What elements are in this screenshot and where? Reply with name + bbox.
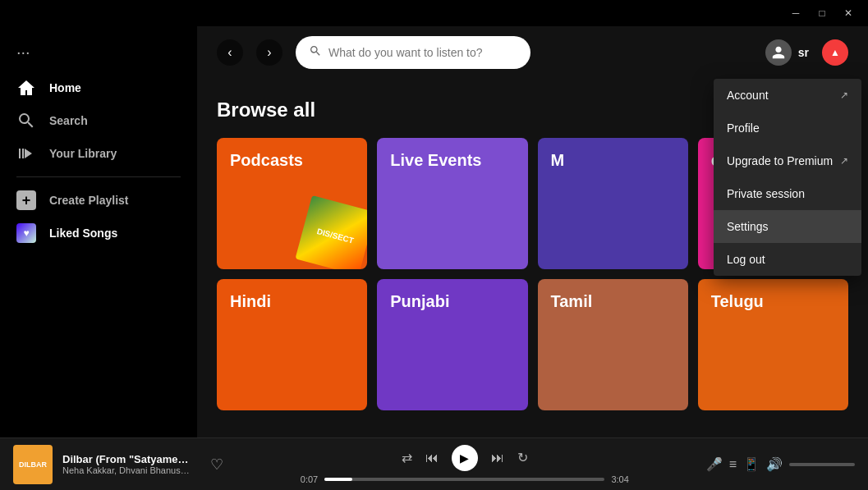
close-button[interactable]: ✕ bbox=[835, 0, 861, 26]
next-button[interactable]: ⏭ bbox=[491, 451, 504, 465]
sidebar-item-home[interactable]: Home bbox=[0, 71, 197, 104]
minimize-button[interactable]: ─ bbox=[783, 0, 809, 26]
control-buttons: ⇄ ⏮ ▶ ⏭ ↻ bbox=[402, 445, 528, 471]
titlebar: ─ □ ✕ bbox=[0, 0, 868, 26]
dropdown-menu: Account ↗ Profile Upgrade to Premium ↗ P… bbox=[714, 79, 861, 276]
user-area[interactable]: sr bbox=[765, 39, 809, 66]
time-total: 3:04 bbox=[611, 474, 628, 484]
search-bar bbox=[296, 36, 530, 69]
upgrade-label: Upgrade to Premium bbox=[727, 154, 833, 167]
devices-button[interactable]: 📱 bbox=[743, 456, 760, 472]
lyrics-button[interactable]: 🎤 bbox=[706, 456, 723, 472]
sidebar-item-create-playlist[interactable]: + Create Playlist bbox=[0, 184, 197, 217]
now-playing-info: Dilbar (From "Satyameva Jayate") Neha Ka… bbox=[62, 453, 194, 475]
sidebar: ... Home Search Your Library + Create Pl… bbox=[0, 26, 197, 437]
time-current: 0:07 bbox=[301, 474, 318, 484]
user-menu-toggle[interactable]: ▲ bbox=[822, 39, 848, 66]
card-tamil-label: Tamil bbox=[551, 292, 593, 311]
queue-button[interactable]: ≡ bbox=[729, 457, 737, 472]
avatar bbox=[765, 39, 792, 66]
dropdown-item-account[interactable]: Account ↗ bbox=[714, 79, 861, 112]
card-podcasts-label: Podcasts bbox=[230, 151, 303, 170]
progress-bar[interactable] bbox=[324, 478, 604, 481]
right-controls: 🎤 ≡ 📱 🔊 bbox=[706, 456, 855, 472]
bottom-bar: DILBAR Dilbar (From "Satyameva Jayate") … bbox=[0, 437, 868, 490]
card-punjabi-label: Punjabi bbox=[390, 292, 449, 311]
sidebar-item-home-label: Home bbox=[49, 81, 81, 94]
podcasts-art: DIS/SECT bbox=[293, 195, 367, 269]
progress-fill bbox=[324, 478, 352, 481]
maximize-button[interactable]: □ bbox=[809, 0, 835, 26]
card-live-events-label: Live Events bbox=[390, 151, 481, 170]
card-hindi-label: Hindi bbox=[230, 292, 271, 311]
heart-button[interactable]: ♡ bbox=[210, 456, 223, 474]
volume-button[interactable]: 🔊 bbox=[766, 456, 783, 472]
volume-bar[interactable] bbox=[789, 463, 855, 466]
sidebar-item-library-label: Your Library bbox=[49, 147, 117, 160]
profile-label: Profile bbox=[727, 121, 760, 135]
settings-label: Settings bbox=[727, 220, 769, 233]
library-icon bbox=[16, 144, 36, 163]
dropdown-item-private-session[interactable]: Private session bbox=[714, 177, 861, 210]
private-session-label: Private session bbox=[727, 187, 805, 200]
external-link-icon-2: ↗ bbox=[840, 155, 848, 167]
card-punjabi[interactable]: Punjabi bbox=[377, 279, 527, 410]
dropdown-item-profile[interactable]: Profile bbox=[714, 112, 861, 144]
sidebar-divider bbox=[16, 176, 181, 177]
external-link-icon: ↗ bbox=[840, 89, 848, 101]
dropdown-item-settings[interactable]: Settings bbox=[714, 210, 861, 243]
previous-button[interactable]: ⏮ bbox=[425, 451, 439, 465]
card-telugu[interactable]: Telugu bbox=[698, 279, 848, 410]
sidebar-item-library[interactable]: Your Library bbox=[0, 137, 197, 170]
now-playing-artist: Neha Kakkar, Dhvani Bhanushali, Ikka, T bbox=[62, 465, 194, 475]
card-tamil[interactable]: Tamil bbox=[538, 279, 688, 410]
play-pause-button[interactable]: ▶ bbox=[452, 445, 478, 471]
sidebar-item-create-playlist-label: Create Playlist bbox=[49, 194, 129, 207]
now-playing-title: Dilbar (From "Satyameva Jayate") bbox=[62, 453, 194, 465]
logout-label: Log out bbox=[727, 253, 765, 266]
card-live-events[interactable]: Live Events bbox=[377, 138, 527, 269]
search-icon bbox=[16, 111, 36, 131]
back-button[interactable]: ‹ bbox=[217, 39, 243, 66]
card-podcasts[interactable]: Podcasts DIS/SECT bbox=[217, 138, 367, 269]
shuffle-button[interactable]: ⇄ bbox=[402, 450, 412, 465]
playback-controls: ⇄ ⏮ ▶ ⏭ ↻ 0:07 3:04 bbox=[233, 445, 696, 484]
sidebar-item-liked-songs[interactable]: ♥ Liked Songs bbox=[0, 217, 197, 250]
three-dots-menu[interactable]: ... bbox=[0, 33, 197, 71]
card-music[interactable]: M bbox=[538, 138, 688, 269]
dropdown-item-logout[interactable]: Log out bbox=[714, 243, 861, 276]
topbar: ‹ › sr ▲ bbox=[197, 26, 868, 79]
card-hindi[interactable]: Hindi bbox=[217, 279, 367, 410]
sidebar-item-search-label: Search bbox=[49, 114, 88, 127]
search-bar-icon bbox=[309, 44, 322, 61]
sidebar-item-liked-songs-label: Liked Songs bbox=[49, 227, 117, 240]
plus-icon: + bbox=[16, 190, 36, 210]
username-label: sr bbox=[798, 46, 809, 59]
sidebar-item-search[interactable]: Search bbox=[0, 104, 197, 137]
account-label: Account bbox=[727, 89, 769, 102]
progress-area: 0:07 3:04 bbox=[301, 474, 629, 484]
now-playing-art: DILBAR bbox=[13, 445, 53, 484]
forward-button[interactable]: › bbox=[256, 39, 282, 66]
heart-icon: ♥ bbox=[16, 223, 36, 243]
card-telugu-label: Telugu bbox=[711, 292, 764, 311]
card-music-label: M bbox=[551, 151, 565, 170]
search-input[interactable] bbox=[328, 46, 517, 59]
repeat-button[interactable]: ↻ bbox=[517, 450, 528, 465]
home-icon bbox=[16, 78, 36, 98]
dropdown-item-upgrade[interactable]: Upgrade to Premium ↗ bbox=[714, 144, 861, 177]
